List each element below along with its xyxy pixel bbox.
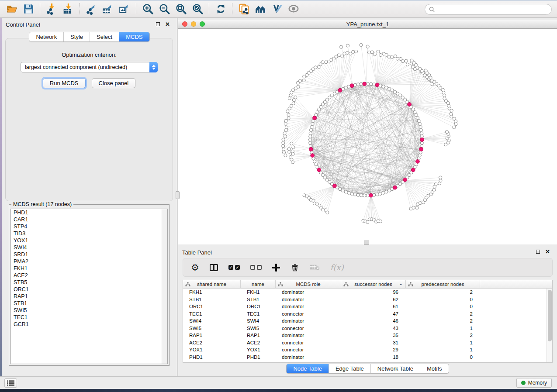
close-panel-icon[interactable]: ✕ bbox=[165, 22, 170, 27]
save-session-icon[interactable] bbox=[20, 2, 37, 17]
close-table-panel-icon[interactable]: ✕ bbox=[545, 249, 550, 254]
memory-button[interactable]: Memory bbox=[516, 378, 552, 388]
zoom-fit-content-icon[interactable] bbox=[173, 2, 189, 17]
table-scrollbar-thumb[interactable] bbox=[548, 290, 552, 341]
zoom-out-icon[interactable] bbox=[156, 2, 173, 17]
table-options-gear-icon[interactable]: ⚙ bbox=[191, 263, 199, 272]
mcds-result-item[interactable]: SWI5 bbox=[11, 307, 167, 314]
mcds-result-item[interactable]: YOX1 bbox=[11, 237, 167, 244]
vertical-splitter-handle[interactable] bbox=[176, 191, 180, 199]
show-graphics-details-icon[interactable] bbox=[285, 2, 302, 17]
show-column-panes-icon[interactable] bbox=[210, 264, 218, 271]
tab-mcds[interactable]: MCDS bbox=[119, 32, 149, 41]
cell-predecessor-nodes: 2 bbox=[406, 311, 480, 316]
mcds-result-item[interactable]: STB5 bbox=[11, 279, 167, 286]
table-row[interactable]: STB1STB1dominator620 bbox=[183, 296, 547, 303]
clone-network-icon[interactable] bbox=[235, 2, 252, 17]
cell-name: ORC1 bbox=[241, 304, 276, 309]
mcds-result-item[interactable]: TID3 bbox=[11, 230, 167, 237]
cell-shared-name: PHD1 bbox=[183, 354, 241, 360]
table-row[interactable]: ACE2ACE2connector311 bbox=[183, 339, 547, 347]
search-box[interactable] bbox=[425, 4, 552, 15]
mcds-result-item[interactable]: CAR1 bbox=[11, 216, 167, 223]
mcds-result-item[interactable]: SWI4 bbox=[11, 244, 167, 251]
table-row[interactable]: YOX1YOX1connector291 bbox=[183, 346, 547, 354]
task-history-button[interactable] bbox=[4, 378, 17, 388]
criterion-select[interactable]: largest connected component (undirected) bbox=[21, 62, 158, 72]
export-image-icon[interactable] bbox=[116, 2, 133, 17]
function-builder-icon: f(x) bbox=[330, 263, 344, 272]
table-tab-motifs[interactable]: Motifs bbox=[420, 364, 449, 373]
mcds-result-item[interactable]: STB1 bbox=[11, 300, 167, 307]
zoom-selected-region-icon[interactable] bbox=[189, 2, 206, 17]
table-row[interactable]: RAP1RAP1dominator352 bbox=[183, 332, 547, 339]
apply-preferred-layout-icon[interactable] bbox=[212, 2, 229, 17]
mcds-result-list[interactable]: PHD1CAR1STP4TID3YOX1SWI4SRD1PMA2FKH1ACE2… bbox=[10, 209, 168, 364]
cell-shared-name: ORC1 bbox=[183, 304, 241, 309]
table-scrollbar[interactable] bbox=[547, 289, 552, 362]
delete-column-icon[interactable] bbox=[291, 263, 299, 272]
mcds-result-item[interactable]: PHD1 bbox=[11, 209, 167, 216]
select-all-columns-icon[interactable]: ✓✓ bbox=[228, 265, 240, 270]
table-row[interactable]: PHD1PHD1dominator180 bbox=[183, 354, 547, 361]
network-graph[interactable] bbox=[178, 29, 557, 244]
destroy-table-icon bbox=[310, 264, 320, 271]
table-row[interactable]: SWI5SWI5connector431 bbox=[183, 325, 547, 332]
column-header-successor-nodes[interactable]: successor nodes⌄ bbox=[341, 280, 406, 288]
float-panel-icon[interactable] bbox=[156, 22, 161, 27]
network-window-titlebar[interactable]: YPA_prune.txt_1 bbox=[178, 20, 557, 29]
deselect-all-columns-icon[interactable] bbox=[250, 265, 262, 270]
open-file-icon[interactable] bbox=[3, 2, 20, 17]
table-tab-node-table[interactable]: Node Table bbox=[287, 364, 329, 373]
table-panel: Table Panel ✕ ⚙✓✓f(x) shared namename MC… bbox=[178, 246, 557, 376]
mcds-result-item[interactable]: GCR1 bbox=[11, 321, 167, 328]
table-row[interactable]: ORC1ORC1dominator610 bbox=[183, 303, 547, 310]
network-canvas[interactable] bbox=[178, 29, 557, 244]
cell-MCDS-role: dominator bbox=[276, 289, 341, 295]
add-column-icon[interactable] bbox=[272, 264, 280, 272]
cell-successor-nodes: 31 bbox=[341, 340, 406, 345]
table-tab-edge-table[interactable]: Edge Table bbox=[329, 364, 371, 373]
table-row[interactable]: TEC1TEC1connector472 bbox=[183, 310, 547, 318]
horizontal-splitter-handle[interactable] bbox=[364, 241, 369, 245]
hide-graphics-details-icon[interactable] bbox=[269, 2, 285, 17]
mcds-list-scrollbar[interactable] bbox=[162, 209, 167, 364]
search-input[interactable] bbox=[437, 5, 551, 14]
column-header-predecessor-nodes[interactable]: predecessor nodes bbox=[406, 280, 480, 288]
table-row[interactable]: SWI4SWI4dominator462 bbox=[183, 317, 547, 325]
cell-successor-nodes: 96 bbox=[341, 289, 406, 295]
mcds-result-item[interactable]: TEC1 bbox=[11, 314, 167, 321]
cell-MCDS-role: connector bbox=[276, 326, 341, 331]
cell-name: SWI4 bbox=[241, 318, 276, 323]
mcds-result-item[interactable]: FKH1 bbox=[11, 265, 167, 272]
tab-style[interactable]: Style bbox=[64, 32, 90, 41]
run-mcds-button[interactable]: Run MCDS bbox=[43, 78, 86, 88]
export-table-icon[interactable] bbox=[100, 2, 116, 17]
import-network-from-file-icon[interactable] bbox=[43, 2, 60, 17]
desktop-wallpaper-bottom bbox=[0, 389, 557, 392]
mcds-result-item[interactable]: ACE2 bbox=[11, 272, 167, 279]
mcds-result-item[interactable]: ORC1 bbox=[11, 286, 167, 293]
mcds-result-item[interactable]: STP4 bbox=[11, 223, 167, 230]
table-tab-network-table[interactable]: Network Table bbox=[371, 364, 420, 373]
mcds-result-item[interactable]: SRD1 bbox=[11, 251, 167, 258]
tab-select[interactable]: Select bbox=[90, 32, 119, 41]
export-network-icon[interactable] bbox=[83, 2, 100, 17]
mcds-result-item[interactable]: RAP1 bbox=[11, 293, 167, 300]
mcds-result-item[interactable]: PMA2 bbox=[11, 258, 167, 265]
close-panel-button[interactable]: Close panel bbox=[92, 78, 136, 88]
status-bar: Memory bbox=[0, 376, 557, 389]
import-table-from-file-icon[interactable] bbox=[60, 2, 76, 17]
column-header-name[interactable]: name bbox=[241, 280, 276, 288]
cell-successor-nodes: 29 bbox=[341, 347, 406, 352]
tab-network[interactable]: Network bbox=[29, 32, 64, 41]
toolbar-separator bbox=[209, 3, 209, 15]
column-header-shared-name[interactable]: shared name bbox=[183, 280, 241, 288]
zoom-in-icon[interactable] bbox=[139, 2, 156, 17]
cell-predecessor-nodes: 2 bbox=[406, 333, 480, 338]
column-header-MCDS-role[interactable]: MCDS role bbox=[276, 280, 341, 288]
float-table-panel-icon[interactable] bbox=[536, 249, 541, 254]
network-overview-icon[interactable] bbox=[252, 2, 269, 17]
table-row[interactable]: FKH1FKH1dominator962 bbox=[183, 289, 547, 296]
table-panel-title: Table Panel bbox=[182, 249, 212, 256]
